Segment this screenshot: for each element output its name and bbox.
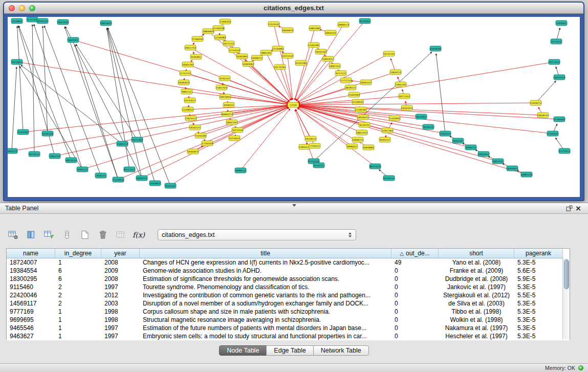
graph-node[interactable]: 9745142 xyxy=(219,76,230,81)
graph-node[interactable]: 9579413 xyxy=(423,124,434,129)
graph-node[interactable]: 19161371 xyxy=(189,125,201,130)
graph-node[interactable]: 18067351 xyxy=(329,63,340,69)
graph-node[interactable]: 12524542 xyxy=(268,21,279,27)
graph-node[interactable]: 32201283 xyxy=(295,60,307,65)
graph-node[interactable]: 19012753 xyxy=(185,45,196,50)
graph-node[interactable]: 20732627 xyxy=(184,98,195,103)
insert-column-icon[interactable] xyxy=(61,229,73,240)
column-header-year[interactable]: year xyxy=(101,249,140,258)
table-disabled-icon[interactable] xyxy=(115,229,127,240)
table-cell-year[interactable]: 2008 xyxy=(101,275,140,282)
graph-node[interactable]: 18064412 xyxy=(360,80,372,85)
table-cell-short[interactable]: Stergiakouli et al. (2012) xyxy=(439,292,514,299)
graph-node[interactable]: 23675512 xyxy=(185,116,197,121)
graph-node[interactable]: 18771452 xyxy=(399,94,410,99)
graph-node[interactable]: 15957361 xyxy=(382,128,393,133)
table-cell-out_degree[interactable]: 0 xyxy=(391,316,439,323)
graph-node[interactable]: 9048752 xyxy=(223,102,234,107)
graph-node[interactable]: 17534358 xyxy=(202,141,213,146)
table-cell-out_degree[interactable]: 0 xyxy=(391,283,439,291)
table-cell-pagerank[interactable]: 5.5E-5 xyxy=(514,292,563,299)
table-cell-title[interactable]: Disruption of a novel member of a sodium… xyxy=(140,300,391,307)
graph-node[interactable]: 74850213 xyxy=(390,70,401,75)
graph-node[interactable]: 10770291 xyxy=(274,64,286,70)
graph-node[interactable]: 98413250 xyxy=(369,164,381,169)
graph-node[interactable]: 19970841 xyxy=(220,94,231,99)
graph-node[interactable]: 85214312 xyxy=(124,167,135,172)
graph-node[interactable]: 76274105 xyxy=(232,127,243,133)
table-cell-title[interactable]: Investigating the contribution of common… xyxy=(140,292,391,299)
column-header-in-degree[interactable]: in_degree xyxy=(55,249,101,258)
graph-node[interactable]: 21857323 xyxy=(216,85,227,90)
graph-node[interactable]: 75244185 xyxy=(195,133,206,138)
table-cell-pagerank[interactable]: 5.9E-5 xyxy=(514,275,563,282)
table-row[interactable]: 1938455462009Genome-wide association stu… xyxy=(7,267,570,275)
graph-node[interactable]: 9861593 xyxy=(260,50,272,55)
table-row[interactable]: 1872400712008Changes of HCN gene express… xyxy=(7,258,570,267)
graph-node[interactable]: 9277413 xyxy=(551,39,562,44)
graph-node[interactable]: 12240083 xyxy=(214,35,226,40)
graph-node[interactable]: 8131904 xyxy=(359,18,371,24)
table-cell-out_degree[interactable]: 0 xyxy=(391,275,439,282)
graph-node[interactable]: 16425513 xyxy=(554,75,565,80)
graph-node[interactable]: 16646973 xyxy=(282,28,293,33)
table-row[interactable]: 911546021997Tourette syndrome. Phenomeno… xyxy=(7,283,570,291)
graph-node[interactable]: 9862151 xyxy=(181,89,192,94)
new-document-icon[interactable] xyxy=(79,229,91,240)
panel-resize-handle[interactable] xyxy=(292,204,296,207)
graph-node[interactable]: 10908721 xyxy=(352,137,363,142)
table-cell-short[interactable]: Dudbridge et al. (2008) xyxy=(439,275,514,282)
table-cell-in_degree[interactable]: 2 xyxy=(55,292,101,299)
graph-node[interactable]: 16016471 xyxy=(357,115,368,120)
table-cell-short[interactable]: de Silva et al. (2003) xyxy=(439,300,514,307)
table-cell-in_degree[interactable]: 6 xyxy=(55,267,101,274)
graph-node[interactable]: 16251542 xyxy=(282,53,293,58)
table-cell-name[interactable]: 19384554 xyxy=(7,267,55,274)
table-row[interactable]: 1830029562008Estimation of significance … xyxy=(7,275,570,283)
table-cell-title[interactable]: Estimation of significance thresholds fo… xyxy=(140,275,391,282)
graph-node[interactable]: 9245102 xyxy=(165,183,176,188)
graph-node[interactable]: 19564874 xyxy=(187,149,199,154)
table-cell-name[interactable]: 22420046 xyxy=(7,292,55,299)
network-table-select[interactable]: citations_edges.txt xyxy=(158,229,356,240)
graph-node[interactable]: 12754443 xyxy=(229,48,240,53)
graph-node[interactable]: 18007341 xyxy=(226,120,237,125)
function-builder-icon[interactable]: f(x) xyxy=(133,229,145,240)
delete-table-icon[interactable] xyxy=(97,229,109,240)
column-header-pagerank[interactable]: pagerank xyxy=(514,249,563,258)
table-cell-title[interactable]: Corpus callosum shape and size in male p… xyxy=(140,308,391,315)
graph-node[interactable]: 16044921 xyxy=(507,166,518,171)
network-canvas[interactable]: 1724018806604225663441901275391818911606… xyxy=(8,17,580,197)
graph-node[interactable]: 16096271 xyxy=(251,55,263,60)
vertical-scrollbar[interactable] xyxy=(562,258,570,339)
graph-node[interactable]: 16061264 xyxy=(182,62,193,67)
graph-node[interactable]: 19158121 xyxy=(305,136,316,141)
graph-node[interactable]: 8777123 xyxy=(335,71,346,76)
table-cell-name[interactable]: 18300295 xyxy=(7,275,55,282)
table-cell-year[interactable]: 1997 xyxy=(101,283,140,291)
scrollbar-thumb[interactable] xyxy=(564,259,569,289)
table-cell-out_degree[interactable]: 0 xyxy=(391,292,439,299)
graph-node[interactable]: 22706338 xyxy=(213,26,224,31)
graph-node[interactable]: 9930162 xyxy=(452,138,464,143)
table-cell-short[interactable]: Nakamura et al. (1997) xyxy=(439,324,514,332)
table-cell-out_degree[interactable]: 0 xyxy=(391,300,439,307)
table-cell-out_degree[interactable]: 0 xyxy=(391,324,439,332)
graph-node[interactable]: 21906301 xyxy=(220,19,231,24)
graph-node[interactable]: 9154231 xyxy=(359,122,370,127)
graph-node[interactable]: 15845412 xyxy=(299,144,310,149)
window-titlebar[interactable]: citations_edges.txt xyxy=(4,3,583,14)
zoom-window-button[interactable] xyxy=(29,5,35,11)
graph-node[interactable]: 25260561 xyxy=(17,129,29,135)
graph-node[interactable]: 9541513 xyxy=(37,18,48,24)
graph-node[interactable]: 8595412 xyxy=(379,137,390,142)
graph-node[interactable]: 16926412 xyxy=(478,151,489,157)
table-cell-short[interactable]: Hescheler et al. (1997) xyxy=(439,333,514,340)
graph-node[interactable]: 17240 xyxy=(288,102,299,107)
table-cell-title[interactable]: Tourette syndrome. Phenomenology and cla… xyxy=(140,283,391,291)
graph-node[interactable]: 22752752 xyxy=(180,71,191,76)
graph-node[interactable]: 15218452 xyxy=(229,136,240,141)
column-header-name[interactable]: name xyxy=(7,249,55,258)
table-cell-title[interactable]: Embryonic stem cells: a model to study s… xyxy=(140,333,391,340)
table-cell-year[interactable]: 1998 xyxy=(101,316,140,323)
